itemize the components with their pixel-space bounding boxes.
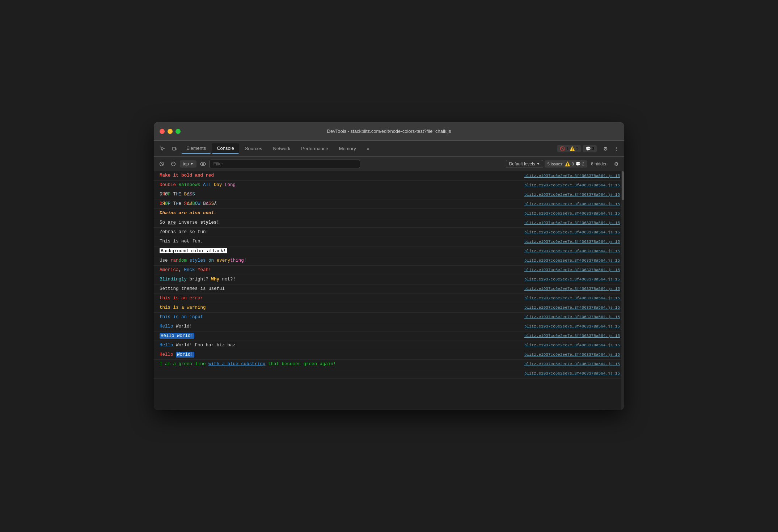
tab-sources[interactable]: Sources xyxy=(240,144,267,153)
console-source[interactable]: blitz.e1937cc6e2ee7e…3f4063378a564.js:15 xyxy=(524,343,620,347)
console-source[interactable]: blitz.e1937cc6e2ee7e…3f4063378a564.js:15 xyxy=(524,183,620,187)
error-icon: 🚫 xyxy=(560,146,565,151)
console-message: Background color attack! xyxy=(160,248,519,255)
console-message: Chains are also cool. xyxy=(160,210,519,217)
console-source[interactable]: blitz.e1937cc6e2ee7e…3f4063378a564.js:15 xyxy=(524,287,620,291)
console-row[interactable]: Double Rainbows All Day Long blitz.e1937… xyxy=(154,181,624,190)
console-message: Setting themes is useful xyxy=(160,286,519,292)
title-bar: DevTools - stackblitz.com/edit/node-colo… xyxy=(154,122,624,141)
console-row[interactable]: Hello world! blitz.e1937cc6e2ee7e…3f4063… xyxy=(154,332,624,341)
maximize-button[interactable] xyxy=(176,129,181,134)
console-source[interactable]: blitz.e1937cc6e2ee7e…3f4063378a564.js:15 xyxy=(524,221,620,225)
console-source[interactable]: blitz.e1937cc6e2ee7e…3f4063378a564.js:15 xyxy=(524,268,620,272)
console-message: So are inverse styles! xyxy=(160,219,519,226)
console-source[interactable]: blitz.e1937cc6e2ee7e…3f4063378a564.js:15 xyxy=(524,324,620,329)
console-message: I am a green line with a blue substring … xyxy=(160,361,519,368)
console-row[interactable]: DЯØP THΞ BΔSS blitz.e1937cc6e2ee7e…3f406… xyxy=(154,190,624,199)
console-source[interactable]: blitz.e1937cc6e2ee7e…3f4063378a564.js:15 xyxy=(524,230,620,235)
console-row[interactable]: blitz.e1937cc6e2ee7e…3f4063378a564.js:15 xyxy=(154,369,624,379)
console-row[interactable]: America, Heck Yeah! blitz.e1937cc6e2ee7e… xyxy=(154,266,624,275)
console-message: Hello World! xyxy=(160,351,519,358)
console-source[interactable]: blitz.e1937cc6e2ee7e…3f4063378a564.js:15 xyxy=(524,211,620,216)
console-message: this is an error xyxy=(160,295,519,302)
console-output-area: Make it bold and red blitz.e1937cc6e2ee7… xyxy=(154,171,624,410)
more-menu-button[interactable]: ⋮ xyxy=(611,144,621,154)
issues-badge[interactable]: 5 Issues: ⚠️ 3 💬 2 xyxy=(545,160,587,168)
console-source[interactable]: blitz.e1937cc6e2ee7e…3f4063378a564.js:15 xyxy=(524,240,620,244)
console-row[interactable]: this is an error blitz.e1937cc6e2ee7e…3f… xyxy=(154,294,624,303)
clear-console-button[interactable] xyxy=(157,159,167,169)
console-row[interactable]: Setting themes is useful blitz.e1937cc6e… xyxy=(154,284,624,294)
badge-area: 🚫 1 ⚠️ 1 💬 3 xyxy=(557,145,597,152)
console-row[interactable]: Hello World! blitz.e1937cc6e2ee7e…3f4063… xyxy=(154,350,624,360)
console-message: Make it bold and red xyxy=(160,172,519,179)
console-settings-button[interactable]: ⚙ xyxy=(611,159,621,169)
svg-rect-1 xyxy=(176,148,177,150)
console-source[interactable]: blitz.e1937cc6e2ee7e…3f4063378a564.js:15 xyxy=(524,334,620,338)
tab-network[interactable]: Network xyxy=(268,144,296,153)
console-source[interactable]: blitz.e1937cc6e2ee7e…3f4063378a564.js:15 xyxy=(524,277,620,282)
console-source[interactable]: blitz.e1937cc6e2ee7e…3f4063378a564.js:15 xyxy=(524,174,620,178)
console-source[interactable]: blitz.e1937cc6e2ee7e…3f4063378a564.js:15 xyxy=(524,202,620,206)
traffic-lights xyxy=(160,129,181,134)
console-row[interactable]: Make it bold and red blitz.e1937cc6e2ee7… xyxy=(154,171,624,181)
console-row[interactable]: this is an input blitz.e1937cc6e2ee7e…3f… xyxy=(154,313,624,322)
window-title: DevTools - stackblitz.com/edit/node-colo… xyxy=(327,128,451,134)
console-row[interactable]: Use random styles on everything! blitz.e… xyxy=(154,256,624,266)
console-source[interactable]: blitz.e1937cc6e2ee7e…3f4063378a564.js:15 xyxy=(524,193,620,197)
console-message: this is an input xyxy=(160,314,519,321)
tab-performance[interactable]: Performance xyxy=(296,144,333,153)
console-row[interactable]: this is a warning blitz.e1937cc6e2ee7e…3… xyxy=(154,303,624,313)
settings-button[interactable]: ⚙ xyxy=(600,144,610,154)
tab-more[interactable]: » xyxy=(362,144,375,153)
console-source[interactable]: blitz.e1937cc6e2ee7e…3f4063378a564.js:15 xyxy=(524,296,620,300)
svg-point-7 xyxy=(202,163,204,165)
console-row[interactable]: Hello World! blitz.e1937cc6e2ee7e…3f4063… xyxy=(154,322,624,332)
info-badge[interactable]: 💬 3 xyxy=(583,145,597,152)
console-log-list: Make it bold and red blitz.e1937cc6e2ee7… xyxy=(154,171,624,410)
console-row[interactable]: Chains are also cool. blitz.e1937cc6e2ee… xyxy=(154,209,624,218)
console-source[interactable]: blitz.e1937cc6e2ee7e…3f4063378a564.js:15 xyxy=(524,352,620,357)
info-icon: 💬 xyxy=(585,146,591,151)
console-row[interactable]: I am a green line with a blue substring … xyxy=(154,360,624,369)
console-source[interactable]: blitz.e1937cc6e2ee7e…3f4063378a564.js:15 xyxy=(524,371,620,376)
scrollbar-thumb[interactable] xyxy=(622,171,624,200)
console-source[interactable]: blitz.e1937cc6e2ee7e…3f4063378a564.js:15 xyxy=(524,315,620,319)
console-message: DЯØP THΞ BΔSS xyxy=(160,191,519,198)
svg-point-6 xyxy=(200,162,206,166)
levels-dropdown[interactable]: Default levels ▼ xyxy=(506,160,543,168)
console-row[interactable]: DЯØP Tнe ЯΔИBOW BΔSSʎ blitz.e1937cc6e2ee… xyxy=(154,199,624,209)
console-row[interactable]: So are inverse styles! blitz.e1937cc6e2e… xyxy=(154,218,624,228)
console-source[interactable]: blitz.e1937cc6e2ee7e…3f4063378a564.js:15 xyxy=(524,258,620,263)
console-source[interactable]: blitz.e1937cc6e2ee7e…3f4063378a564.js:15 xyxy=(524,362,620,366)
tab-elements[interactable]: Elements xyxy=(181,143,211,154)
tab-console[interactable]: Console xyxy=(212,143,239,154)
console-row[interactable]: This is not fun. blitz.e1937cc6e2ee7e…3f… xyxy=(154,237,624,246)
warning-icon: ⚠️ xyxy=(570,146,575,151)
chevron-down-icon: ▼ xyxy=(537,162,540,166)
console-row[interactable]: Hello World! Foo bar biz baz blitz.e1937… xyxy=(154,341,624,350)
console-row[interactable]: Blindingly bright? Why not?! blitz.e1937… xyxy=(154,275,624,284)
minimize-button[interactable] xyxy=(168,129,173,134)
filter-input[interactable] xyxy=(210,160,360,168)
close-button[interactable] xyxy=(160,129,165,134)
context-selector[interactable]: top ▼ xyxy=(180,160,196,168)
svg-line-3 xyxy=(161,162,163,165)
console-row[interactable]: Zebras are so fun! blitz.e1937cc6e2ee7e…… xyxy=(154,228,624,237)
console-row[interactable]: Background color attack! blitz.e1937cc6e… xyxy=(154,246,624,256)
svg-rect-0 xyxy=(173,147,176,150)
console-message: Hello World! xyxy=(160,323,519,330)
console-source[interactable]: blitz.e1937cc6e2ee7e…3f4063378a564.js:15 xyxy=(524,249,620,253)
device-toggle-button[interactable] xyxy=(169,143,181,155)
tab-memory[interactable]: Memory xyxy=(334,144,361,153)
eye-button[interactable] xyxy=(198,159,208,169)
clear-log-button[interactable] xyxy=(168,159,178,169)
msg-icon: 💬 xyxy=(575,161,581,166)
hidden-count[interactable]: 6 hidden xyxy=(589,160,610,168)
console-message: Double Rainbows All Day Long xyxy=(160,182,519,189)
error-badge[interactable]: 🚫 1 ⚠️ 1 xyxy=(557,145,581,152)
console-message: Hello World! Foo bar biz baz xyxy=(160,342,519,349)
inspect-element-button[interactable] xyxy=(157,143,168,155)
scrollbar[interactable] xyxy=(621,171,624,410)
console-source[interactable]: blitz.e1937cc6e2ee7e…3f4063378a564.js:15 xyxy=(524,305,620,310)
